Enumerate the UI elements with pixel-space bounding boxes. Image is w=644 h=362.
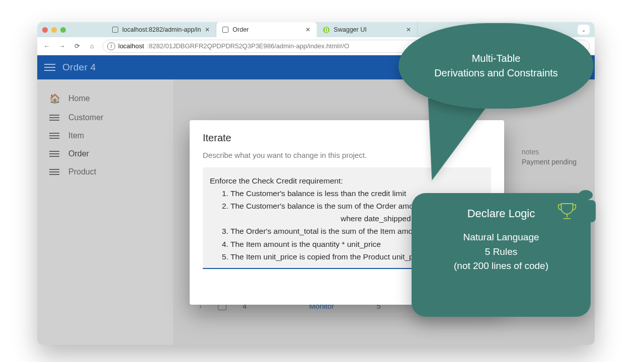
- page-title: Order 4: [62, 62, 96, 73]
- card-tab: [578, 200, 596, 222]
- card-title: Declare Logic: [425, 207, 578, 220]
- bubble-icon: [579, 190, 593, 200]
- close-window-icon[interactable]: [42, 27, 48, 33]
- site-info-icon[interactable]: i: [107, 42, 115, 50]
- tab-order[interactable]: Order ✕: [216, 22, 317, 37]
- card-line: (not 200 lines of code): [425, 259, 578, 274]
- forward-icon[interactable]: →: [57, 42, 66, 50]
- callout-bubble: Multi-Table Derivations and Constraints: [398, 23, 594, 109]
- hexagon-icon: [112, 27, 118, 33]
- reload-icon[interactable]: ⟳: [72, 42, 82, 50]
- card-line: 5 Rules: [425, 245, 578, 259]
- hexagon-icon: [222, 27, 228, 33]
- callout-line: Derivations and Constraints: [434, 66, 558, 80]
- card-line: Natural Language: [425, 230, 578, 245]
- menu-icon[interactable]: [44, 64, 55, 71]
- callout-card: Declare Logic Natural Language 5 Rules (…: [412, 193, 591, 317]
- tab-swagger[interactable]: {} Swagger UI ✕: [317, 22, 418, 37]
- tab-label: Order: [232, 26, 249, 33]
- url-host: localhost: [118, 42, 144, 50]
- minimize-window-icon[interactable]: [51, 27, 57, 33]
- close-icon[interactable]: ✕: [305, 26, 310, 33]
- tab-label: Swagger UI: [334, 26, 366, 33]
- tab-localhost[interactable]: localhost:8282/admin-app/in ✕: [106, 22, 216, 37]
- tab-overflow-button[interactable]: ⌄: [578, 25, 590, 35]
- callout-line: Multi-Table: [472, 51, 521, 66]
- close-icon[interactable]: ✕: [205, 26, 210, 33]
- window-controls: [42, 27, 66, 33]
- home-icon[interactable]: ⌂: [88, 42, 97, 50]
- maximize-window-icon[interactable]: [60, 27, 66, 33]
- trophy-icon: [555, 200, 579, 223]
- back-icon[interactable]: ←: [42, 42, 51, 50]
- close-icon[interactable]: ✕: [406, 26, 411, 33]
- url-path: :8282/01JDBGRFR2QPDPDR52Q3P3E986/admin-a…: [147, 42, 349, 50]
- tab-label: localhost:8282/admin-app/in: [122, 26, 201, 33]
- swagger-icon: {}: [323, 27, 330, 33]
